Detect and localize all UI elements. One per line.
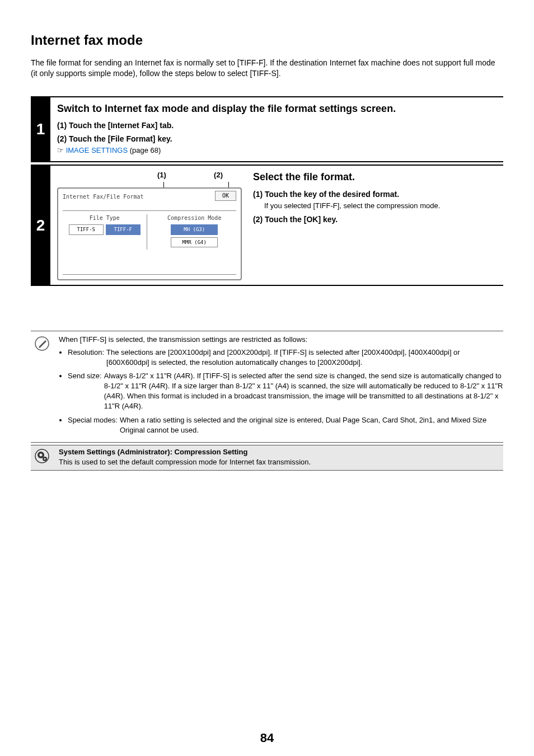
pencil-icon	[31, 335, 53, 439]
panel-screenshot: (1) (2) Internet Fax/File Format OK F	[57, 170, 242, 280]
step2-sub1-num: (1)	[253, 190, 263, 199]
step2-heading: Select the file format.	[253, 170, 503, 184]
tiff-f-button[interactable]: TIFF-F	[106, 224, 140, 235]
pointer-icon: ☞	[57, 146, 64, 154]
step-number-1: 1	[31, 96, 50, 163]
note1-b2-body: Always 8-1/2" x 11"R (A4R). If [TIFF-S] …	[104, 371, 503, 412]
admin-note-box: System Settings (Administrator): Compres…	[31, 445, 503, 471]
compression-mode-label: Compression Mode	[167, 214, 221, 222]
step2-sub1-desc: If you selected [TIFF-F], select the com…	[264, 201, 503, 211]
step-number-2: 2	[31, 165, 50, 286]
ok-button[interactable]: OK	[215, 191, 236, 201]
tiff-s-button[interactable]: TIFF-S	[69, 224, 104, 235]
step1-sub1-text: Touch the [Internet Fax] tab.	[69, 121, 174, 130]
callout-2: (2)	[214, 170, 223, 180]
admin-heading: System Settings (Administrator): Compres…	[59, 447, 499, 457]
step2-sub2: (2) Touch the [OK] key.	[253, 214, 503, 226]
note1-b3-label: Special modes:	[68, 415, 118, 435]
mmr-g4-button[interactable]: MMR (G4)	[171, 237, 218, 248]
step2-sub2-num: (2)	[253, 215, 263, 224]
note1-b1-label: Resolution:	[68, 348, 104, 368]
note1-bullet-specialmodes: Special modes: When a ratio setting is s…	[68, 415, 503, 435]
panel-title: Internet Fax/File Format	[63, 193, 144, 201]
gear-icon	[31, 447, 53, 467]
page-title: Internet fax mode	[31, 31, 503, 50]
intro-text: The file format for sending an Internet …	[31, 58, 503, 79]
file-type-label: File Type	[90, 214, 120, 222]
note1-b1-body: The selections are [200X100dpi] and [200…	[106, 348, 503, 368]
svg-point-5	[44, 458, 46, 460]
image-settings-link[interactable]: IMAGE SETTINGS	[66, 146, 128, 154]
note-box-restrictions: When [TIFF-S] is selected, the transmiss…	[31, 331, 503, 443]
step2-sub1-text: Touch the key of the desired format.	[265, 190, 399, 199]
step1-sub1-num: (1)	[57, 121, 67, 130]
step1-sub2-num: (2)	[57, 134, 67, 143]
note1-b3-body: When a ratio setting is selected and the…	[120, 415, 503, 435]
link-suffix: (page 68)	[128, 146, 161, 154]
step2-sub2-text: Touch the [OK] key.	[265, 215, 338, 224]
note1-b2-label: Send size:	[68, 371, 102, 412]
step1-sub1: (1) Touch the [Internet Fax] tab.	[57, 120, 503, 132]
step1-pointer-line: ☞ IMAGE SETTINGS (page 68)	[57, 145, 503, 156]
mh-g3-button[interactable]: MH (G3)	[171, 224, 218, 235]
step-2: 2 (1) (2) Internet Fax/File Format OK	[31, 165, 503, 286]
step2-sub1: (1) Touch the key of the desired format.	[253, 189, 503, 200]
step1-heading: Switch to Internet fax mode and display …	[57, 102, 503, 116]
svg-point-3	[40, 454, 43, 457]
admin-body: This is used to set the default compress…	[59, 457, 499, 467]
note1-bullet-sendsize: Send size: Always 8-1/2" x 11"R (A4R). I…	[68, 371, 503, 412]
callout-1: (1)	[157, 170, 166, 180]
step-1: 1 Switch to Internet fax mode and displa…	[31, 96, 503, 163]
step1-sub2-text: Touch the [File Format] key.	[69, 134, 172, 143]
note1-bullet-resolution: Resolution: The selections are [200X100d…	[68, 348, 503, 368]
settings-panel: Internet Fax/File Format OK File Type TI…	[57, 187, 242, 281]
page-number: 84	[260, 730, 274, 747]
step1-sub2: (2) Touch the [File Format] key.	[57, 134, 503, 145]
note1-intro: When [TIFF-S] is selected, the transmiss…	[59, 335, 503, 345]
